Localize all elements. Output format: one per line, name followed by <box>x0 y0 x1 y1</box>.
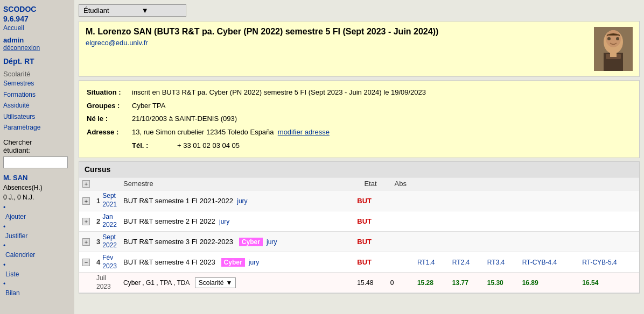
table-row: + 3 Sept2022 BUT R&T semestre 3 FI 2022-… <box>79 231 639 252</box>
dept-title: Dépt. RT <box>3 57 71 66</box>
sub-green2: 13.77 <box>449 273 484 293</box>
col-rt34 <box>484 177 519 190</box>
etudiant-dropdown[interactable]: Étudiant ▼ <box>79 4 186 17</box>
row2-jury-link[interactable]: jury <box>219 218 229 225</box>
bilan-link[interactable]: Bilan <box>3 288 71 298</box>
sidebar-item-semestres[interactable]: Semestres <box>3 78 71 89</box>
row4-etat: BUT <box>354 252 387 273</box>
groupes-value: Cyber TPA <box>132 99 165 113</box>
row1-num-cell: 1 Sept2021 <box>93 190 120 211</box>
row3-expand-btn[interactable]: + <box>82 238 90 246</box>
sidebar-item-utilisateurs[interactable]: Utilisateurs <box>3 111 71 122</box>
expand-cell: + <box>79 190 93 211</box>
nele-value: 21/10/2003 à SAINT-DENIS (093) <box>132 112 237 126</box>
row1-jury-link[interactable]: jury <box>237 197 247 205</box>
row2-abs <box>387 211 414 231</box>
sub-score2: 0 <box>387 273 414 293</box>
sidebar-item-assiduite[interactable]: Assiduité <box>3 100 71 111</box>
sidebar-item-parametrage[interactable]: Paramétrage <box>3 122 71 133</box>
sub-date-cell: Juil2023 <box>93 273 120 293</box>
row4-rt14: RT1.4 <box>414 252 449 273</box>
row1-abs <box>387 190 414 211</box>
col-rt14 <box>414 177 449 190</box>
row3-cyber-badge: Cyber <box>239 238 263 246</box>
row4-expand-btn[interactable]: − <box>82 259 90 266</box>
row1-expand-btn[interactable]: + <box>82 197 90 205</box>
groupes-label: Groupes : <box>87 99 130 113</box>
col-rtcyb44 <box>519 177 579 190</box>
row2-num-cell: 2 Jan2022 <box>93 211 120 231</box>
row1-etat: BUT <box>354 190 387 211</box>
row4-rt24: RT2.4 <box>449 252 484 273</box>
row4-rt34: RT3.4 <box>484 252 519 273</box>
row2-expand-btn[interactable]: + <box>82 218 90 225</box>
row2-etat: BUT <box>354 211 387 231</box>
tel-label: Tél. : <box>132 139 175 153</box>
col-rtcyb54 <box>579 177 639 190</box>
info-block: Situation : inscrit en BUT3 R&T pa. Cybe… <box>79 80 640 158</box>
scolarite-dropdown-btn[interactable]: Scolarité ▼ <box>195 277 236 288</box>
row4-jury-link[interactable]: jury <box>249 259 259 266</box>
adresse-value: 13, rue Simon crubelier 12345 Toledo Esp… <box>132 126 330 139</box>
table-row: + 1 Sept2021 BUT R&T semestre 1 FI 2021-… <box>79 190 639 211</box>
situation-row: Situation : inscrit en BUT3 R&T pa. Cybe… <box>87 86 632 99</box>
student-header: M. Lorenzo SAN (BUT3 R&T pa. Cyber (PN 2… <box>79 21 640 77</box>
accueil-link[interactable]: Accueil <box>3 24 24 32</box>
svg-point-5 <box>607 37 611 40</box>
student-title: M. Lorenzo SAN (BUT3 R&T pa. Cyber (PN 2… <box>86 27 589 37</box>
tel-row: Tél. : + 33 01 02 03 04 05 <box>87 139 632 153</box>
nele-row: Né le : 21/10/2003 à SAINT-DENIS (093) <box>87 112 632 126</box>
row2-desc: BUT R&T semestre 2 FI 2022 jury <box>120 211 354 231</box>
row4-cyber-badge: Cyber <box>221 258 245 267</box>
modifier-adresse-link[interactable]: modifier adresse <box>278 128 330 136</box>
student-photo <box>594 27 633 71</box>
row4-rtcyb54: RT-CYB-5.4 <box>579 252 639 273</box>
admin-link[interactable]: admin <box>3 36 71 44</box>
absences-detail: 0 J., 0 N.J. <box>3 194 71 201</box>
justifier-link[interactable]: Justifier <box>3 231 71 241</box>
row3-jury-link[interactable]: jury <box>267 238 277 246</box>
situation-label: Situation : <box>87 86 130 99</box>
calendrier-link[interactable]: Calendrier <box>3 249 71 260</box>
ajouter-link[interactable]: Ajouter <box>3 211 71 222</box>
absences-label: Absences(H.) <box>3 184 71 191</box>
table-sub-row: Juil2023 Cyber , G1 , TPA , TDA Scolarit… <box>79 273 639 293</box>
groupes-row: Groupes : Cyber TPA <box>87 99 632 113</box>
col-num <box>93 177 120 190</box>
sub-green4: 16.89 <box>519 273 579 293</box>
nele-label: Né le : <box>87 112 130 126</box>
liste-link[interactable]: Liste <box>3 269 71 280</box>
student-email-link[interactable]: elgreco@edu.univ.fr <box>86 39 148 47</box>
row4-desc: BUT R&T semestre 4 FI 2023 Cyber jury <box>120 252 354 273</box>
main-content: Étudiant ▼ M. Lorenzo SAN (BUT3 R&T pa. … <box>74 0 644 314</box>
expand-all-btn[interactable]: + <box>82 180 90 188</box>
dropdown-label: Étudiant <box>83 6 109 15</box>
expand-cell: + <box>79 211 93 231</box>
sub-score1: 15.48 <box>354 273 387 293</box>
search-input[interactable] <box>3 156 68 168</box>
sub-green3: 15.30 <box>484 273 519 293</box>
cursus-title: Cursus <box>79 162 639 177</box>
svg-point-6 <box>616 37 619 40</box>
sidebar: SCODOC 9.6.947 Accueil admin déconnexion… <box>0 0 74 314</box>
search-label: Chercher étudiant: <box>3 138 71 154</box>
sub-nav: • Ajouter • Justifier • Calendrier • Lis… <box>3 203 71 298</box>
table-row: − 4 Fév2023 BUT R&T semestre 4 FI 2023 C… <box>79 252 639 273</box>
cursus-table: + Semestre Etat Abs + <box>79 177 639 293</box>
sub-green5: 16.54 <box>579 273 639 293</box>
situation-value: inscrit en BUT3 R&T pa. Cyber (PN 2022) … <box>132 86 426 99</box>
scolarite-label: Scolarité <box>3 70 71 78</box>
col-rt24 <box>449 177 484 190</box>
row1-desc: BUT R&T semestre 1 FI 2021-2022 jury <box>120 190 354 211</box>
sidebar-item-formations[interactable]: Formations <box>3 89 71 100</box>
deconnexion-link[interactable]: déconnexion <box>3 44 71 52</box>
expand-cell: − <box>79 252 93 273</box>
sub-groups-cell: Cyber , G1 , TPA , TDA Scolarité ▼ <box>120 273 354 293</box>
sub-green1: 15.28 <box>414 273 449 293</box>
tel-value: + 33 01 02 03 04 05 <box>177 139 240 153</box>
col-semestre: Semestre <box>120 177 354 190</box>
student-name[interactable]: M. SAN <box>3 174 71 182</box>
row3-etat: BUT <box>354 231 387 252</box>
row3-num-cell: 3 Sept2022 <box>93 231 120 252</box>
col-abs: Abs <box>387 177 414 190</box>
